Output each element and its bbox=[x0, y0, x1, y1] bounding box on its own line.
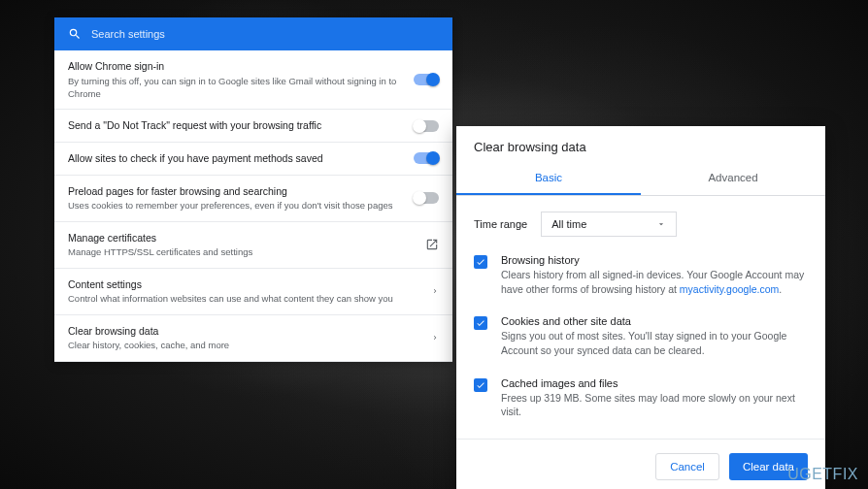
time-range-label: Time range bbox=[474, 218, 527, 230]
settings-row-certificates[interactable]: Manage certificates Manage HTTPS/SSL cer… bbox=[54, 222, 452, 269]
check-item-cookies: Cookies and other site data Signs you ou… bbox=[456, 306, 825, 367]
toggle-preload[interactable] bbox=[414, 192, 439, 204]
watermark: UGETFIX bbox=[787, 466, 858, 483]
dialog-title: Clear browsing data bbox=[456, 126, 825, 162]
dialog-actions: Cancel Clear data bbox=[456, 439, 825, 489]
clear-data-dialog: Clear browsing data Basic Advanced Time … bbox=[456, 126, 825, 489]
check-desc: Frees up 319 MB. Some sites may load mor… bbox=[501, 391, 808, 419]
tab-basic[interactable]: Basic bbox=[456, 162, 641, 195]
settings-row-content[interactable]: Content settings Control what informatio… bbox=[54, 269, 452, 315]
myactivity-link[interactable]: myactivity.google.com bbox=[680, 283, 780, 295]
row-desc: Clear history, cookies, cache, and more bbox=[68, 339, 229, 351]
toggle-payment[interactable] bbox=[414, 152, 439, 164]
check-item-cache: Cached images and files Frees up 319 MB.… bbox=[456, 368, 825, 429]
check-item-history: Browsing history Clears history from all… bbox=[456, 244, 825, 306]
settings-row-preload[interactable]: Preload pages for faster browsing and se… bbox=[54, 176, 452, 222]
cancel-button[interactable]: Cancel bbox=[655, 453, 719, 480]
checkbox-cookies[interactable] bbox=[474, 316, 487, 330]
chevron-right-icon bbox=[431, 287, 439, 295]
check-icon bbox=[476, 318, 485, 328]
chevron-down-icon bbox=[656, 219, 666, 229]
check-icon bbox=[476, 257, 485, 267]
row-title: Preload pages for faster browsing and se… bbox=[68, 184, 392, 199]
row-desc: Control what information websites can us… bbox=[68, 292, 393, 305]
row-title: Send a "Do Not Track" request with your … bbox=[68, 118, 321, 133]
search-icon bbox=[68, 27, 82, 41]
toggle-chrome-signin[interactable] bbox=[414, 74, 439, 85]
settings-row-chrome-signin[interactable]: Allow Chrome sign-in By turning this off… bbox=[54, 50, 452, 110]
checkbox-history[interactable] bbox=[474, 255, 487, 269]
row-title: Clear browsing data bbox=[68, 324, 229, 339]
row-title: Allow sites to check if you have payment… bbox=[68, 151, 323, 166]
row-desc: Uses cookies to remember your preference… bbox=[68, 199, 392, 212]
settings-row-dnt[interactable]: Send a "Do Not Track" request with your … bbox=[54, 110, 452, 143]
settings-row-payment[interactable]: Allow sites to check if you have payment… bbox=[54, 143, 452, 176]
toggle-dnt[interactable] bbox=[414, 120, 439, 132]
row-desc: By turning this off, you can sign in to … bbox=[68, 75, 402, 101]
row-desc: Manage HTTPS/SSL certificates and settin… bbox=[68, 245, 252, 258]
time-range-dropdown[interactable]: All time bbox=[541, 212, 677, 237]
search-input[interactable] bbox=[91, 28, 439, 40]
check-title: Cached images and files bbox=[501, 377, 808, 389]
row-title: Allow Chrome sign-in bbox=[68, 59, 402, 74]
row-title: Content settings bbox=[68, 277, 393, 292]
external-link-icon bbox=[425, 238, 439, 251]
time-range-row: Time range All time bbox=[456, 196, 825, 244]
dialog-tabs: Basic Advanced bbox=[456, 162, 825, 196]
checkbox-cache[interactable] bbox=[474, 378, 487, 392]
chevron-right-icon bbox=[431, 334, 439, 342]
settings-row-clear-data[interactable]: Clear browsing data Clear history, cooki… bbox=[54, 315, 452, 362]
check-icon bbox=[476, 380, 485, 390]
search-bar[interactable] bbox=[54, 17, 452, 50]
check-title: Cookies and other site data bbox=[501, 315, 808, 327]
settings-panel: Allow Chrome sign-in By turning this off… bbox=[54, 17, 452, 362]
check-desc: Signs you out of most sites. You'll stay… bbox=[501, 329, 808, 357]
dropdown-value: All time bbox=[551, 218, 586, 230]
row-title: Manage certificates bbox=[68, 231, 252, 245]
check-title: Browsing history bbox=[501, 254, 808, 266]
tab-advanced[interactable]: Advanced bbox=[641, 162, 825, 195]
check-desc: Clears history from all signed-in device… bbox=[501, 268, 808, 296]
